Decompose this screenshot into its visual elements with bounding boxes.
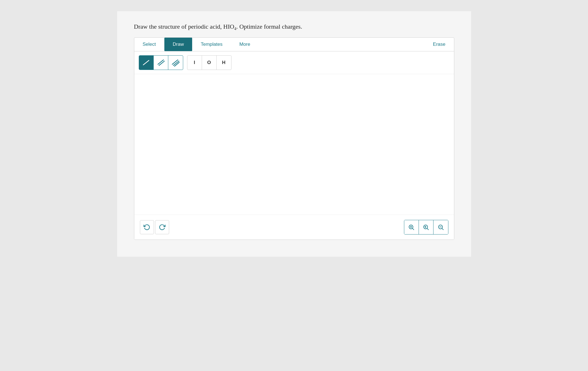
redo-button[interactable] — [155, 220, 169, 234]
triple-bond-button[interactable] — [168, 56, 183, 70]
svg-line-13 — [442, 229, 443, 230]
templates-tab[interactable]: Templates — [192, 38, 231, 51]
svg-line-0 — [143, 60, 149, 65]
more-tab[interactable]: More — [231, 38, 259, 51]
bottom-toolbar — [134, 215, 454, 240]
drawing-tools: I O H — [134, 51, 454, 74]
bond-group — [139, 55, 183, 70]
zoom-controls — [404, 220, 448, 235]
zoom-in-button[interactable] — [404, 220, 419, 234]
page-container: Draw the structure of periodic acid, HIO… — [117, 11, 471, 257]
zoom-reset-button[interactable] — [419, 220, 433, 234]
erase-button[interactable]: Erase — [424, 38, 454, 51]
single-bond-button[interactable] — [139, 56, 154, 70]
hydrogen-button[interactable]: H — [217, 56, 231, 70]
history-controls — [140, 220, 169, 234]
chem-editor: Select Draw Templates More Erase — [134, 37, 454, 240]
select-tab[interactable]: Select — [134, 38, 164, 51]
draw-tab[interactable]: Draw — [164, 38, 192, 51]
svg-line-7 — [413, 229, 414, 230]
undo-button[interactable] — [140, 220, 154, 234]
question-text: Draw the structure of periodic acid, HIO… — [134, 22, 454, 32]
iodine-button[interactable]: I — [187, 56, 202, 70]
double-bond-button[interactable] — [154, 56, 168, 70]
oxygen-button[interactable]: O — [202, 56, 217, 70]
svg-line-11 — [427, 229, 428, 230]
drawing-canvas[interactable] — [134, 74, 454, 215]
zoom-out-button[interactable] — [433, 220, 448, 234]
toolbar: Select Draw Templates More Erase — [134, 38, 454, 51]
atom-group: I O H — [187, 55, 231, 70]
